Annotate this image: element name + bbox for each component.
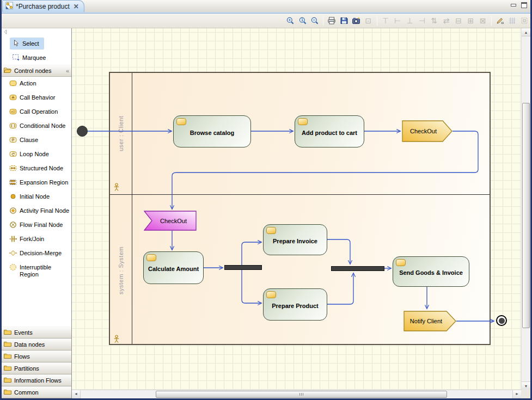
interruptible-region-icon — [9, 263, 17, 273]
zoom-original-button[interactable]: 1 — [296, 15, 308, 27]
folder-icon — [3, 387, 12, 397]
action-add-product[interactable]: Add product to cart — [295, 115, 364, 147]
folder-icon — [3, 364, 12, 373]
edge-fork-invoice[interactable] — [242, 242, 261, 265]
palette-item-conditional-node[interactable]: Conditional Node — [2, 119, 71, 133]
palette-item-activity-final-node[interactable]: Activity Final Node — [2, 204, 71, 218]
palette-item-label: Action — [20, 79, 36, 87]
palette-item-loop-node[interactable]: Loop Node — [2, 147, 71, 162]
align-bottom-button: ⊥ — [403, 15, 415, 27]
align-right-button: ⊣ — [416, 15, 428, 27]
action-label: Prepare Product — [272, 300, 319, 309]
decision-merge-icon — [9, 249, 17, 259]
scroll-left-button[interactable]: ◄ — [72, 390, 81, 398]
horizontal-scrollbar-thumb[interactable] — [156, 391, 447, 398]
scroll-down-button[interactable]: ▼ — [522, 381, 530, 390]
palette-item-label: Call Operation — [20, 107, 58, 115]
palette-drawer-events[interactable]: Events — [2, 327, 71, 339]
pin-drawer-icon[interactable]: « — [66, 67, 70, 74]
snap-to-grid-button[interactable] — [506, 15, 518, 27]
action-icon — [266, 227, 276, 234]
maximize-button[interactable] — [521, 2, 527, 8]
toolbar-separator — [323, 16, 323, 26]
horizontal-scrollbar[interactable]: ◄ ► — [72, 390, 521, 398]
join-bar[interactable] — [331, 266, 384, 271]
collapse-palette-icon[interactable] — [2, 28, 71, 36]
action-icon — [396, 259, 406, 266]
palette-tool-select[interactable]: Select — [2, 36, 71, 51]
action-calculate-amount[interactable]: Calculate Amount — [143, 251, 204, 284]
edge-product-join[interactable] — [327, 273, 353, 304]
action-prepare-invoice[interactable]: Prepare Invoice — [263, 224, 327, 255]
marquee-icon — [11, 53, 20, 63]
vertical-scrollbar[interactable]: ▲ ▼ — [521, 28, 530, 390]
palette-item-flow-final-node[interactable]: Flow Final Node — [2, 218, 71, 232]
diagram-canvas[interactable]: user : Clientsystem : SystemBrowse catal… — [72, 28, 521, 390]
palette-item-initial-node[interactable]: Initial Node — [2, 190, 71, 204]
conditional-node-icon — [9, 121, 17, 131]
minimize-button[interactable] — [511, 4, 516, 7]
palette-drawer-flows[interactable]: Flows — [2, 350, 71, 362]
snapshot-button[interactable] — [350, 15, 362, 27]
action-label: Browse catalog — [190, 127, 234, 136]
send-signal-checkout[interactable]: CheckOut — [402, 120, 452, 142]
palette-item-label: Initial Node — [20, 192, 50, 200]
scroll-up-button[interactable]: ▲ — [522, 28, 530, 36]
print-button[interactable] — [326, 15, 338, 27]
palette-item-decision-merge[interactable]: Decision-Merge — [2, 247, 71, 261]
palette-tool-marquee[interactable]: Marquee — [2, 51, 71, 65]
palette-item-clause[interactable]: Clause — [2, 133, 71, 147]
palette-item-structured-node[interactable]: Structured Node — [2, 162, 71, 176]
action-prepare-product[interactable]: Prepare Product — [263, 288, 327, 321]
activity-final-node[interactable] — [496, 315, 507, 326]
palette-drawer-control-nodes[interactable]: Control nodes« — [2, 65, 71, 77]
activity-final-icon — [9, 206, 17, 216]
palette-item-action[interactable]: Action — [2, 77, 71, 91]
palette-item-interruptible-region[interactable]: Interruptible Region — [2, 261, 71, 280]
action-browse-catalog[interactable]: Browse catalog — [173, 115, 251, 147]
signal-label: CheckOut — [402, 120, 452, 142]
action-label: Prepare Invoice — [273, 236, 317, 244]
align-top-icon: ⊤ — [382, 16, 389, 25]
drawer-label: Events — [14, 329, 70, 336]
align-bottom-icon: ⊥ — [406, 16, 413, 25]
format-diagram-button[interactable] — [494, 15, 506, 27]
fork-bar[interactable] — [224, 265, 262, 270]
scroll-right-button[interactable]: ► — [512, 390, 521, 398]
palette-item-call-behavior[interactable]: Call Behavior — [2, 91, 71, 105]
edge-invoice-join[interactable] — [327, 239, 350, 264]
palette-item-label: Activity Final Node — [20, 206, 69, 214]
zoom-out-button[interactable] — [309, 15, 321, 27]
distribute-columns-icon: ⇄ — [443, 16, 450, 25]
select-rectangle-button: ⊡ — [362, 15, 374, 27]
palette-item-expansion-region[interactable]: Expansion Region — [2, 176, 71, 190]
loop-node-icon — [9, 150, 17, 159]
editor-tab-bar: *Purchase product ✕ — [2, 0, 530, 12]
tab-purchase-product[interactable]: *Purchase product ✕ — [2, 0, 84, 12]
palette-drawer-information-flows[interactable]: Information Flows — [2, 374, 71, 386]
send-signal-notify-client[interactable]: Notify Client — [403, 311, 456, 331]
save-button[interactable] — [338, 15, 350, 27]
palette-drawer-data-nodes[interactable]: Data nodes — [2, 339, 71, 350]
align-right-icon: ⊣ — [419, 16, 425, 25]
zoom-in-button[interactable] — [284, 15, 296, 27]
match-width-icon: ⊞ — [468, 16, 474, 25]
palette-tool-label: Select — [22, 40, 39, 47]
action-send-goods-invoice[interactable]: Send Goods & Invoice — [393, 256, 469, 287]
palette-item-label: Expansion Region — [20, 178, 68, 186]
vertical-scrollbar-thumb[interactable] — [522, 103, 530, 328]
match-width-button: ⊞ — [464, 15, 476, 27]
accept-event-checkout[interactable]: CheckOut — [144, 211, 197, 231]
palette-item-label: Call Behavior — [20, 93, 55, 101]
palette-item-label: Conditional Node — [20, 121, 65, 130]
initial-node[interactable] — [77, 126, 88, 137]
palette-item-fork-join[interactable]: Fork/Join — [2, 232, 71, 247]
palette-item-call-operation[interactable]: oOCall Operation — [2, 105, 71, 119]
close-icon[interactable]: ✕ — [74, 3, 79, 10]
palette-drawer-partitions[interactable]: Partitions — [2, 362, 71, 374]
clause-icon — [9, 136, 17, 145]
edge-fork-product[interactable] — [242, 270, 261, 303]
folder-icon — [3, 376, 12, 385]
folder-icon — [3, 352, 12, 361]
palette-drawer-common[interactable]: Common — [2, 386, 71, 398]
